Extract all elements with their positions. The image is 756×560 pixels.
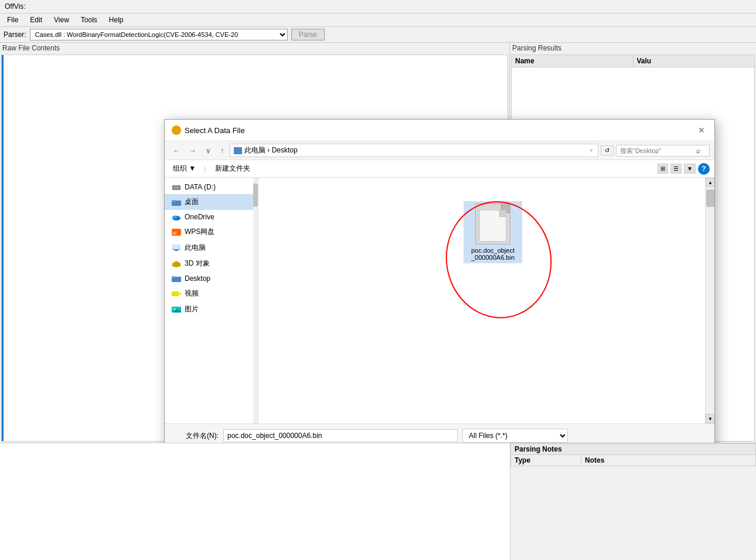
dialog-right-scrollbar[interactable]: ▲ ▼ (705, 178, 714, 423)
dialog-sidebar: DATA (D:) 桌面 OneDrive (165, 178, 258, 423)
parser-label: Parser: (4, 30, 26, 39)
desktop-icon (172, 275, 181, 282)
refresh-button[interactable]: ↺ (601, 145, 614, 155)
organize-button[interactable]: 组织 ▼ (169, 162, 199, 175)
nav-up-button[interactable]: ↑ (217, 145, 227, 156)
3d-icon (172, 260, 181, 267)
sidebar-item-label: DATA (D:) (185, 183, 216, 191)
onedrive-icon (172, 213, 181, 220)
raw-file-header: Raw File Contents (0, 43, 509, 53)
menu-tools[interactable]: Tools (76, 15, 102, 25)
dialog-toolbar: 组织 ▼ | 新建文件夹 ⊞ ☰ ▼ ? (165, 160, 714, 178)
bottom-right: Parsing Notes Type Notes (510, 443, 756, 560)
file-item-poc[interactable]: poc.doc_object _000000A6.bin (464, 201, 522, 263)
filename-input[interactable] (223, 429, 458, 442)
sidebar-item-label: Desktop (185, 274, 210, 283)
svg-rect-3 (172, 200, 176, 202)
organize-arrow-icon: ▼ (189, 164, 196, 172)
svg-point-5 (172, 216, 177, 219)
nav-forward-button[interactable]: → (186, 145, 200, 156)
dialog-close-button[interactable]: ✕ (696, 124, 707, 136)
dialog-title: Select A Data File (185, 126, 245, 135)
col-value-header: Valu (634, 55, 755, 67)
scroll-up-button[interactable]: ▲ (706, 178, 714, 187)
view-button-3[interactable]: ▼ (684, 164, 696, 174)
col-name-header: Name (512, 55, 634, 67)
search-icon: ⌕ (696, 147, 700, 155)
parser-bar: Parser: Cases.dll : WordBinaryFormatDete… (0, 27, 756, 43)
toolbar-separator: | (204, 165, 206, 173)
menu-edit[interactable]: Edit (25, 15, 47, 25)
sidebar-item-computer[interactable]: 此电脑 (165, 240, 258, 256)
filename-label: 文件名(N): (172, 431, 219, 441)
sidebar-item-images[interactable]: 图片 (165, 301, 258, 317)
menu-bar: File Edit View Tools Help (0, 13, 756, 27)
menu-view[interactable]: View (49, 15, 74, 25)
dialog-nav-bar: ← → ∨ ↑ 此电脑 › Desktop ▼ ↺ ⌕ (165, 141, 714, 160)
sidebar-item-label: 此电脑 (185, 243, 206, 253)
scroll-thumb[interactable] (706, 189, 714, 207)
wps-icon: W (172, 229, 181, 236)
svg-marker-15 (179, 292, 181, 296)
parser-select[interactable]: Cases.dll : WordBinaryFormatDetectionLog… (30, 29, 288, 40)
sidebar-item-video[interactable]: 视频 (165, 286, 258, 301)
view-button-2[interactable]: ☰ (670, 164, 682, 174)
app-window: OffVis: File Edit View Tools Help Parser… (0, 0, 756, 560)
bottom-left (0, 443, 510, 560)
new-folder-button[interactable]: 新建文件夹 (210, 162, 255, 175)
pc-icon (234, 147, 242, 154)
file-label: poc.doc_object _000000A6.bin (471, 247, 515, 261)
left-border (2, 55, 4, 441)
scroll-track (706, 187, 714, 414)
sidebar-item-wps[interactable]: W WPS网盘 (165, 224, 258, 240)
dialog-icon (172, 125, 181, 135)
dialog-title-bar: Select A Data File ✕ (165, 120, 714, 141)
svg-text:W: W (172, 230, 177, 236)
help-button[interactable]: ? (698, 163, 710, 175)
bottom-area: Parsing Notes Type Notes (0, 443, 756, 560)
svg-point-17 (173, 308, 176, 310)
table-header: Name Valu (512, 55, 754, 67)
dialog-title-left: Select A Data File (172, 125, 245, 135)
filetype-select[interactable]: All Files (*.*) (462, 429, 568, 443)
notes-notes-header: Notes (581, 455, 755, 466)
nav-back-button[interactable]: ← (169, 145, 183, 156)
svg-rect-13 (172, 276, 176, 278)
organize-label: 组织 (173, 164, 187, 172)
breadcrumb-text: 此电脑 › Desktop (244, 145, 298, 155)
main-content: Raw File Contents Parsing Results Name V… (0, 43, 756, 443)
search-input[interactable] (620, 147, 696, 154)
view-button-1[interactable]: ⊞ (658, 164, 668, 174)
parsing-results-header: Parsing Results (510, 43, 756, 53)
file-dialog: Select A Data File ✕ ← → ∨ ↑ 此电脑 › Deskt… (164, 119, 715, 443)
menu-help[interactable]: Help (104, 15, 128, 25)
sidebar-scroll-thumb[interactable] (253, 184, 258, 207)
sidebar-item-label: 桌面 (185, 197, 199, 207)
scroll-down-button[interactable]: ▼ (706, 414, 714, 423)
sidebar-item-data-drive[interactable]: DATA (D:) (165, 180, 258, 194)
sidebar-item-onedrive[interactable]: OneDrive (165, 210, 258, 224)
sidebar-scrollbar[interactable] (253, 178, 258, 423)
sidebar-item-desktop-cn[interactable]: 桌面 (165, 194, 258, 210)
parsing-notes-header: Parsing Notes (510, 443, 756, 455)
sidebar-item-3d[interactable]: 3D 对象 (165, 256, 258, 271)
search-box: ⌕ (616, 145, 710, 157)
toolbar-right: ⊞ ☰ ▼ ? (658, 163, 710, 175)
folder-blue-icon (172, 199, 181, 206)
dialog-content: DATA (D:) 桌面 OneDrive (165, 178, 714, 423)
file-doc-inner (479, 210, 506, 242)
file-doc-icon (475, 203, 510, 245)
video-icon (172, 290, 181, 297)
sidebar-item-label: 3D 对象 (185, 259, 210, 269)
sidebar-item-label: 图片 (185, 304, 199, 314)
menu-file[interactable]: File (2, 15, 23, 25)
svg-rect-1 (173, 186, 179, 189)
sidebar-item-desktop-en[interactable]: Desktop (165, 271, 258, 286)
parse-button[interactable]: Parse (291, 29, 325, 40)
breadcrumb-arrow: ▼ (588, 147, 594, 154)
sidebar-item-label: 视频 (185, 289, 199, 298)
nav-dropdown-button[interactable]: ∨ (202, 145, 214, 156)
app-title: OffVis: (5, 2, 26, 11)
title-bar: OffVis: (0, 0, 756, 13)
sidebar-item-label: OneDrive (185, 213, 214, 221)
